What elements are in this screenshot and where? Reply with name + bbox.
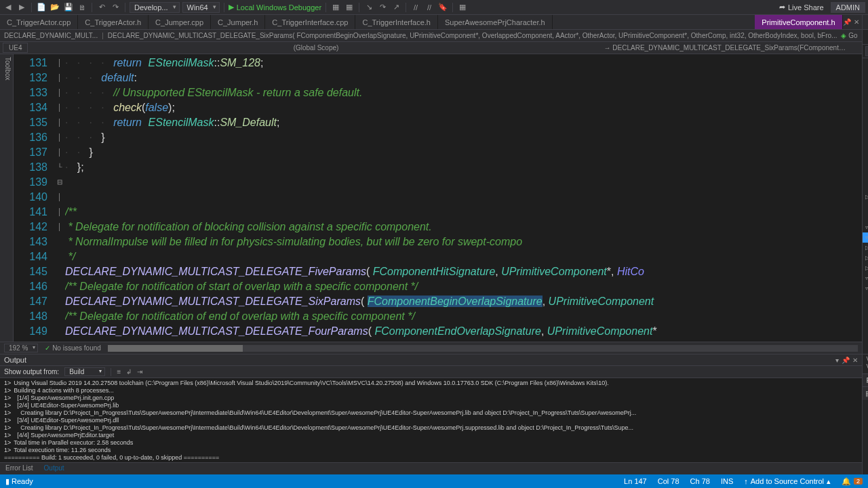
se-tree-node[interactable]: C_TriggerInterface.h [863, 344, 868, 354]
nav-back-icon[interactable]: ◀ [3, 2, 14, 13]
run-debugger-button[interactable]: Local Windows Debugger [229, 3, 321, 12]
fold-gutter[interactable]: │││││││└ ⊟│││ [54, 54, 65, 342]
se-tree-node[interactable]: ▷ThirdParty [863, 192, 868, 202]
code-content[interactable]: · · · · return EStencilMask::SM_128; · ·… [65, 54, 862, 342]
scope-member[interactable]: → DECLARE_DYNAMIC_MULTICAST_DELEGATE_Six… [604, 44, 862, 52]
output-panel: Output ▾ 📌 ✕ Show output from: Build ≡ ↲… [0, 354, 862, 462]
step-into-icon[interactable]: ↘ [363, 2, 374, 13]
se-tree-node[interactable]: C_Jumper.cpp [863, 293, 868, 304]
output-pin-icon[interactable]: 📌 [842, 357, 850, 364]
tb-bookmark-icon[interactable]: 🔖 [437, 2, 448, 13]
tb-misc-icon[interactable]: ▦ [457, 2, 468, 13]
output-close-icon[interactable]: ✕ [852, 357, 858, 364]
step-out-icon[interactable]: ↗ [391, 2, 401, 13]
se-tree-node[interactable]: ▿SuperAwesomePrj [863, 232, 868, 243]
se-tab[interactable]: VA View [863, 354, 868, 373]
output-next-icon[interactable]: ⇥ [137, 368, 142, 375]
output-from-dropdown[interactable]: Build [64, 367, 105, 376]
status-source-control[interactable]: ↑ Add to Source Control ▴ [744, 477, 831, 486]
config-dropdown[interactable]: Develop... [130, 2, 180, 13]
se-tree-node[interactable]: UMG [863, 80, 868, 90]
se-tree-node[interactable]: WebBrowserTexture [863, 151, 868, 161]
se-tree-node[interactable]: UtilityShaders [863, 110, 868, 121]
tb-icon-1[interactable]: ▦ [330, 2, 341, 13]
se-tree-node[interactable]: ▿Games [863, 222, 868, 232]
se-tree-node[interactable]: Windows [863, 171, 868, 182]
se-tree[interactable]: TimeManagementToolboxUMGUnixUnrealAudioU… [863, 58, 868, 354]
save-all-icon[interactable]: 🗎 [77, 2, 87, 13]
output-wrap-icon[interactable]: ↲ [126, 368, 132, 375]
se-tree-node[interactable]: XmlParser [863, 182, 868, 192]
se-tree-node[interactable]: WidgetCarousel [863, 161, 868, 171]
issues-indicator[interactable]: No issues found [45, 344, 101, 352]
se-home-icon[interactable]: ⌂ [865, 33, 868, 42]
bc-go[interactable]: Go [841, 32, 857, 39]
new-project-icon[interactable]: 📄 [36, 2, 47, 13]
status-col: Col 78 [658, 477, 679, 485]
se-tree-node[interactable]: ▷References [863, 243, 868, 253]
se-tree-node[interactable]: ▿SuperAwesomePrj [863, 283, 868, 293]
file-tab[interactable]: C_TriggerInterface.cpp [265, 15, 355, 29]
se-tree-node[interactable]: C_Jumper.h [863, 304, 868, 314]
properties-panel: Properties ▾✕ ▦ A↓ 🔧 [863, 373, 868, 474]
code-editor[interactable]: 1311321331341351361371381391401411421431… [14, 54, 862, 342]
file-tab-active[interactable]: PrimitiveComponent.h [755, 15, 842, 29]
output-text[interactable]: Using Visual Studio 2019 14.20.27508 too… [0, 378, 862, 462]
se-tree-node[interactable]: TimeManagement [863, 60, 868, 70]
bc-item[interactable]: DECLARE_DYNAMIC_MULTICAST_DELEGATE_SixPa… [108, 32, 837, 39]
se-tree-node[interactable]: VulkanRHI [863, 131, 868, 141]
zoom-dropdown[interactable]: 192 % [4, 344, 38, 352]
se-tree-node[interactable]: Unix [863, 90, 868, 100]
tb-icon-2[interactable]: ▦ [344, 2, 355, 13]
se-tree-node[interactable]: UE4Editor.Target.cs [863, 202, 868, 212]
file-tab[interactable]: C_TriggerActor.cpp [0, 15, 78, 29]
pin-tab-icon[interactable]: 📌 [843, 18, 851, 26]
file-tab[interactable]: C_Jumper.h [211, 15, 265, 29]
se-tree-node[interactable]: Ue4Game.Target.cs [863, 212, 868, 222]
props-cat-icon[interactable]: ▦ [865, 389, 868, 398]
h-scrollbar[interactable] [108, 345, 858, 352]
se-search-input[interactable] [865, 46, 868, 56]
save-icon[interactable]: 💾 [63, 2, 74, 13]
se-tree-node[interactable]: Toolbox [863, 70, 868, 80]
bottom-tab-strip: Error List Output [0, 462, 862, 474]
tb-uncomment-icon[interactable]: // [424, 2, 435, 13]
se-tree-node[interactable]: C_TriggerInterface.cpp [863, 334, 868, 344]
undo-icon[interactable]: ↶ [96, 2, 107, 13]
scope-global[interactable]: (Global Scope) [28, 44, 604, 52]
se-tree-node[interactable]: WebBrowser [863, 141, 868, 151]
status-notifications[interactable]: 🔔2 [842, 477, 863, 486]
bc-item[interactable]: DECLARE_DYNAMIC_MULT... [4, 32, 98, 39]
file-tab[interactable]: C_TriggerActor.h [78, 15, 149, 29]
redo-icon[interactable]: ↷ [110, 2, 121, 13]
file-tab[interactable]: C_Jumper.cpp [149, 15, 211, 29]
se-tab-strip: VA View VA Outline Solution Explorer Tea… [863, 354, 868, 373]
output-dropdown-icon[interactable]: ▾ [835, 357, 839, 364]
nav-fwd-icon[interactable]: ▶ [16, 2, 27, 13]
bottom-tab-output[interactable]: Output [39, 463, 70, 474]
se-tree-node[interactable]: UnrealAudio [863, 100, 868, 110]
properties-grid[interactable] [863, 400, 868, 474]
step-over-icon[interactable]: ↷ [377, 2, 388, 13]
platform-dropdown[interactable]: Win64 [182, 2, 220, 13]
bottom-tab-errorlist[interactable]: Error List [0, 463, 39, 474]
open-icon[interactable]: 📂 [50, 2, 60, 13]
left-toolbox-tab[interactable]: Toolbox [0, 54, 14, 342]
status-ready: ▮ Ready [5, 477, 33, 486]
status-bar: ▮ Ready Ln 147 Col 78 Ch 78 INS ↑ Add to… [0, 474, 868, 488]
se-tree-node[interactable]: ▷External Dependencies [863, 253, 868, 263]
se-tree-node[interactable]: ▷Config [863, 263, 868, 273]
close-tab-icon[interactable]: ✕ [854, 18, 859, 26]
admin-badge[interactable]: ADMIN [831, 2, 865, 13]
scope-project[interactable]: UE4 [3, 43, 28, 53]
live-share-button[interactable]: Live Share [779, 3, 824, 12]
status-ln: Ln 147 [624, 477, 647, 485]
se-tree-node[interactable]: C_TriggerActor.cpp [863, 314, 868, 324]
tb-comment-icon[interactable]: // [410, 2, 421, 13]
se-tree-node[interactable]: C_TriggerActor.h [863, 324, 868, 334]
file-tab[interactable]: C_TriggerInterface.h [355, 15, 437, 29]
output-clear-icon[interactable]: ≡ [117, 368, 121, 375]
file-tab[interactable]: SuperAwesomePrjCharacter.h [438, 15, 553, 29]
se-tree-node[interactable]: VectorVM [863, 121, 868, 131]
se-tree-node[interactable]: ▿Source [863, 273, 868, 283]
